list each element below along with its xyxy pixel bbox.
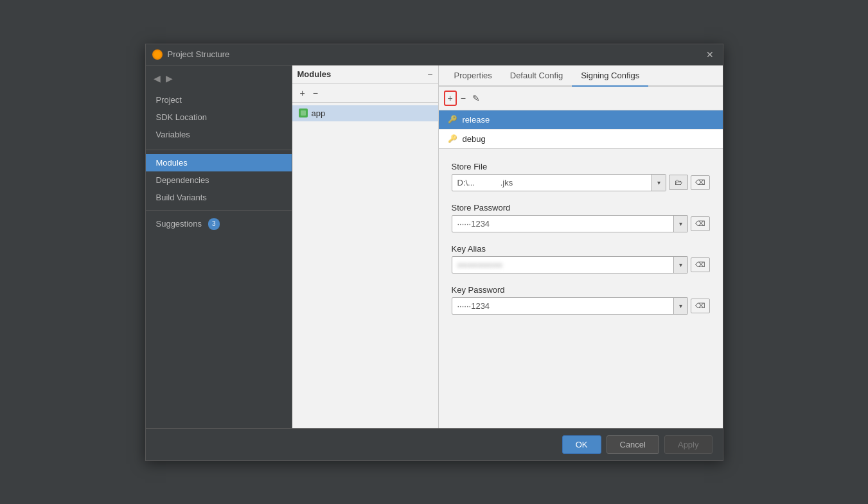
- sidebar-item-modules[interactable]: Modules: [146, 154, 292, 171]
- key-password-clear-btn[interactable]: ⌫: [691, 299, 710, 313]
- store-file-browse-btn[interactable]: 🗁: [669, 175, 688, 190]
- ok-button[interactable]: OK: [562, 435, 601, 454]
- key-password-dropdown-btn[interactable]: ▾: [673, 298, 687, 314]
- modules-title: Modules: [297, 69, 332, 79]
- store-password-label: Store Password: [452, 203, 710, 213]
- key-alias-combo: ▾: [452, 256, 688, 274]
- key-password-group: Key Password ▾ ⌫: [452, 285, 710, 315]
- module-label: app: [312, 109, 326, 118]
- signing-edit-btn[interactable]: ✎: [470, 91, 483, 106]
- store-file-dropdown-btn[interactable]: ▾: [651, 175, 666, 191]
- configs-list: 🔑 release 🔑 debug: [439, 110, 723, 149]
- config-label-release: release: [463, 115, 490, 125]
- tabs-bar: Properties Default Config Signing Config…: [439, 65, 723, 87]
- key-icon-release: 🔑: [448, 115, 457, 124]
- tab-properties[interactable]: Properties: [445, 65, 501, 87]
- back-arrow[interactable]: ◀: [152, 72, 162, 85]
- modules-minimize-btn[interactable]: −: [427, 69, 432, 80]
- sidebar-divider-2: [146, 210, 292, 211]
- close-button[interactable]: ✕: [704, 48, 716, 61]
- content-area: Modules − + − app: [292, 65, 723, 428]
- title-bar: Project Structure ✕: [146, 44, 723, 65]
- tab-default-config[interactable]: Default Config: [501, 65, 572, 87]
- modules-add-btn[interactable]: +: [297, 87, 308, 100]
- sidebar: ◀ ▶ Project SDK Location Variables Modul…: [146, 65, 292, 428]
- key-password-label: Key Password: [452, 285, 710, 295]
- store-password-group: Store Password ▾ ⌫: [452, 203, 710, 232]
- key-icon-debug: 🔑: [448, 134, 457, 143]
- sidebar-item-build-variants[interactable]: Build Variants: [146, 189, 292, 206]
- cancel-button[interactable]: Cancel: [607, 435, 659, 454]
- modules-panel: Modules − + − app: [292, 65, 439, 428]
- store-password-dropdown-btn[interactable]: ▾: [673, 216, 687, 232]
- form-area: Store File ▾ 🗁 ⌫: [439, 149, 723, 428]
- store-password-combo: ▾: [452, 215, 688, 232]
- key-alias-group: Key Alias ▾ ⌫: [452, 244, 710, 274]
- modules-remove-btn[interactable]: −: [310, 87, 321, 100]
- signing-content: + − ✎ 🔑 release 🔑 debug: [439, 87, 723, 428]
- store-file-label: Store File: [452, 162, 710, 171]
- store-password-clear-btn[interactable]: ⌫: [691, 216, 710, 231]
- store-file-input[interactable]: [452, 175, 651, 191]
- key-alias-label: Key Alias: [452, 244, 710, 254]
- key-alias-input[interactable]: [452, 257, 673, 273]
- store-password-input[interactable]: [452, 216, 673, 232]
- module-icon: [299, 109, 308, 117]
- forward-arrow[interactable]: ▶: [164, 72, 174, 85]
- detail-panel: Properties Default Config Signing Config…: [439, 65, 723, 428]
- config-label-debug: debug: [463, 134, 486, 144]
- sidebar-item-sdk-location[interactable]: SDK Location: [146, 109, 292, 126]
- apply-button[interactable]: Apply: [664, 435, 713, 454]
- signing-remove-btn[interactable]: −: [458, 91, 468, 106]
- main-content: ◀ ▶ Project SDK Location Variables Modul…: [146, 65, 723, 428]
- dialog-title: Project Structure: [168, 49, 698, 59]
- suggestions-badge: 3: [208, 218, 220, 230]
- store-password-row: ▾ ⌫: [452, 215, 710, 232]
- key-password-row: ▾ ⌫: [452, 297, 710, 315]
- sidebar-item-suggestions[interactable]: Suggestions 3: [146, 214, 292, 234]
- store-file-combo: ▾: [452, 174, 666, 191]
- sidebar-top-group: Project SDK Location Variables: [146, 89, 292, 146]
- signing-toolbar: + − ✎: [439, 87, 723, 110]
- config-item-debug[interactable]: 🔑 debug: [439, 130, 723, 148]
- sidebar-item-project[interactable]: Project: [146, 91, 292, 109]
- sidebar-item-dependencies[interactable]: Dependencies: [146, 171, 292, 189]
- modules-list: app: [292, 103, 438, 428]
- modules-toolbar: + −: [292, 84, 438, 103]
- app-icon: [152, 49, 163, 60]
- key-alias-row: ▾ ⌫: [452, 256, 710, 274]
- store-file-group: Store File ▾ 🗁 ⌫: [452, 162, 710, 191]
- key-alias-clear-btn[interactable]: ⌫: [691, 257, 710, 272]
- store-file-row: ▾ 🗁 ⌫: [452, 174, 710, 191]
- module-item-app[interactable]: app: [292, 105, 438, 121]
- tab-signing-configs[interactable]: Signing Configs: [572, 65, 648, 87]
- key-alias-dropdown-btn[interactable]: ▾: [673, 257, 687, 273]
- project-structure-dialog: Project Structure ✕ ◀ ▶ Project SDK Loca…: [145, 44, 723, 461]
- sidebar-divider-1: [146, 150, 292, 150]
- key-password-input[interactable]: [452, 298, 673, 314]
- nav-arrows: ◀ ▶: [146, 68, 292, 89]
- config-item-release[interactable]: 🔑 release: [439, 110, 723, 130]
- modules-header: Modules −: [292, 65, 438, 84]
- key-password-combo: ▾: [452, 297, 688, 315]
- store-file-clear-btn[interactable]: ⌫: [691, 175, 710, 190]
- signing-add-btn[interactable]: +: [444, 91, 457, 106]
- sidebar-item-variables[interactable]: Variables: [146, 126, 292, 143]
- bottom-bar: OK Cancel Apply: [146, 428, 723, 460]
